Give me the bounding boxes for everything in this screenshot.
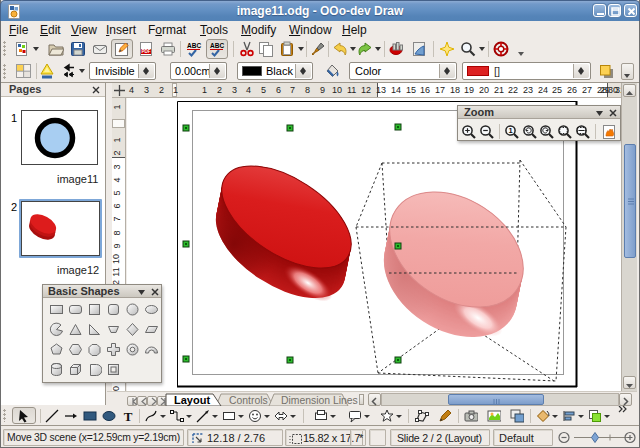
svg-text:Dimension Lines: Dimension Lines [281,395,358,406]
svg-text:Layout: Layout [174,394,210,406]
svg-text:T: T [124,409,133,423]
svg-text:1: 1 [508,126,512,135]
svg-text:ABC: ABC [187,42,201,49]
svg-text:PDF: PDF [141,49,150,54]
svg-text:Controls: Controls [229,395,268,406]
svg-text:ABC: ABC [210,42,224,49]
